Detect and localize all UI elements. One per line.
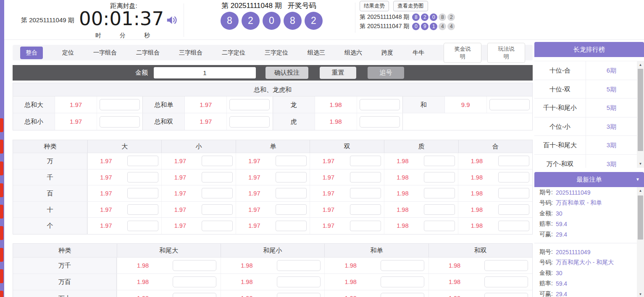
bet-amount-input[interactable] [350,188,381,198]
bet-amount-input[interactable] [498,204,529,215]
amount-input[interactable] [154,67,256,78]
bet-amount-input[interactable] [498,188,529,198]
bet-amount-input[interactable] [202,188,233,198]
bet-amount-input[interactable] [424,204,455,215]
bet-input-cell [273,202,310,218]
scrollbar-thumb[interactable] [638,195,643,240]
table-row: 万千1.981.981.981.98 [13,258,532,274]
order-field: 金额:30 [534,268,644,278]
tab-2[interactable]: 定位 [62,49,74,57]
bet-amount-input[interactable] [424,221,455,231]
bet-input-cell [97,113,142,130]
bet-amount-input[interactable] [127,188,158,198]
scroll-down-icon[interactable]: ▼ [637,292,644,297]
view-trend-chart-button[interactable]: 查看走势图 [393,1,428,11]
bet-amount-input[interactable] [350,156,381,166]
scroll-up-icon[interactable]: ▲ [637,62,644,68]
tab-7[interactable]: 三字定位 [265,49,288,57]
scrollbar-thumb[interactable] [638,69,643,151]
bet-amount-input[interactable] [173,276,216,287]
bet-amount-input[interactable] [498,172,529,182]
bet-amount-input[interactable] [100,99,140,110]
tab-8[interactable]: 组选三 [308,49,325,57]
bet-amount-input[interactable] [127,204,158,215]
bet-amount-input[interactable] [424,172,455,182]
odds-value: 9.9 [445,96,487,113]
bet-amount-input[interactable] [381,260,424,271]
bet-amount-input[interactable] [173,260,216,271]
bet-amount-input[interactable] [277,260,321,271]
bet-input-cell [376,274,428,290]
bet-amount-input[interactable] [424,156,455,166]
bet-amount-input[interactable] [381,276,424,287]
bet-amount-input[interactable] [127,156,158,166]
order-field-value: 20251111049 [556,189,591,196]
bet-amount-input[interactable] [350,204,381,215]
bet-amount-input[interactable] [489,99,530,110]
scrollbar: ▲ ▼ [637,187,644,297]
odds-value: 1.98 [315,113,357,130]
bet-amount-input[interactable] [484,276,528,287]
history-ball-extra: 4 [439,23,446,30]
bet-amount-input[interactable] [360,99,400,110]
confirm-bet-button[interactable]: 确认投注 [265,67,308,79]
pair-sum-odds-table: 种类和尾大和尾小和单和双 万千1.981.981.981.98万百1.981.9… [13,243,533,297]
bet-amount-input[interactable] [202,172,233,182]
order-field-label: 金额: [539,269,553,277]
tab-6[interactable]: 二字定位 [222,49,245,57]
order-field-label: 可赢: [539,290,553,297]
tab-1[interactable]: 整合 [20,47,43,59]
bet-amount-input[interactable] [229,116,270,128]
bet-amount-input[interactable] [484,293,528,297]
tab-4[interactable]: 二字组合 [136,49,160,57]
scroll-down-icon[interactable]: ▼ [637,161,644,167]
reset-button[interactable]: 重置 [320,67,356,79]
bet-amount-input[interactable] [381,293,424,297]
tab-10[interactable]: 跨度 [381,49,393,57]
result-trend-button[interactable]: 结果走势 [360,1,389,11]
order-field-label: 赔率: [539,280,553,287]
chase-number-button[interactable]: 追号 [368,67,404,79]
odds-value: 1.97 [236,185,273,201]
bet-amount-input[interactable] [202,156,233,166]
bet-amount-input[interactable] [127,221,158,231]
scroll-up-icon[interactable]: ▲ [637,188,644,194]
column-header: 质 [384,140,458,153]
bet-amount-input[interactable] [100,116,140,128]
bet-amount-input[interactable] [173,293,216,297]
bet-amount-input[interactable] [498,156,529,166]
bet-amount-input[interactable] [350,221,381,231]
bet-amount-input[interactable] [229,99,270,110]
bet-type-label: 总和单 [143,96,185,113]
bet-amount-input[interactable] [424,188,455,198]
bet-amount-input[interactable] [127,172,158,182]
bet-amount-input[interactable] [276,156,307,166]
bet-amount-input[interactable] [276,172,307,182]
bet-amount-input[interactable] [276,221,307,231]
bet-amount-input[interactable] [498,221,529,231]
notification-marker [0,118,3,132]
bet-input-cell [347,218,384,234]
streak-count: 3期 [586,155,637,168]
speaker-icon[interactable] [166,14,178,26]
bet-amount-input[interactable] [277,293,321,297]
bet-amount-input[interactable] [276,204,307,215]
bet-input-cell [421,202,458,218]
odds-value: 1.98 [458,153,495,169]
bet-amount-input[interactable] [277,276,321,287]
order-field-label: 期号: [539,248,553,256]
tab-11[interactable]: 牛牛 [413,49,424,57]
table-header-row: 种类和尾大和尾小和单和双 [13,244,532,258]
bet-amount-input[interactable] [360,116,400,128]
prize-info-button[interactable]: 奖金说明 [444,43,481,63]
bet-amount-input[interactable] [202,221,233,231]
tab-5[interactable]: 三字组合 [179,49,202,57]
bet-amount-input[interactable] [350,172,381,182]
rules-info-button[interactable]: 玩法说明 [487,43,525,63]
tab-9[interactable]: 组选六 [344,49,362,57]
tab-3[interactable]: 一字组合 [93,49,117,57]
bet-amount-input[interactable] [202,204,233,215]
bet-amount-input[interactable] [276,188,307,198]
caret-down-icon[interactable]: ▼ [636,172,640,187]
bet-amount-input[interactable] [484,260,528,271]
